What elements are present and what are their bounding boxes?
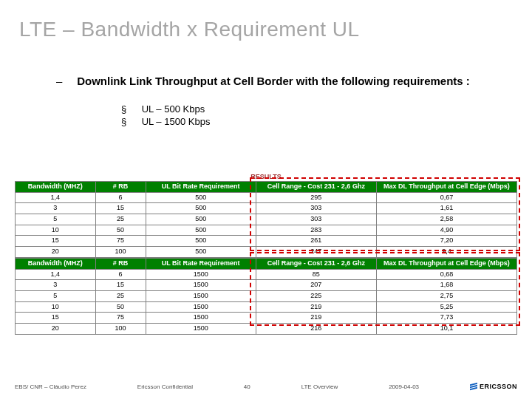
table-cell: 500 [146,192,256,203]
col-ul-bitrate: UL Bit Rate Requirement [146,182,256,193]
intro-text: Downlink Link Throughput at Cell Border … [77,75,470,87]
logo-text: ERICSSON [480,383,517,390]
col-max-dl: Max DL Throughput at Cell Edge (Mbps) [376,258,516,269]
square-bullet-icon: § [121,116,139,127]
table-cell: 1500 [146,290,256,301]
table-cell: 10,1 [376,323,516,334]
table-cell: 0,67 [376,192,516,203]
table-cell: 219 [256,313,376,324]
table-cell: 100 [95,323,146,334]
table-row: 31515002071,68 [16,280,517,291]
table-cell: 283 [256,225,376,236]
dash-bullet: – [56,72,74,90]
footer-page: 40 [244,383,250,390]
list-item-label: UL – 500 Kbps [142,103,205,115]
ericsson-bars-icon [470,383,477,391]
table-cell: 295 [256,192,376,203]
table-cell: 15 [16,313,96,324]
table-cell: 1500 [146,313,256,324]
table-cell: 15 [16,236,96,247]
table-cell: 5,25 [376,301,516,313]
table-cell: 50 [95,301,146,313]
table-cell: 15 [95,280,146,291]
table-row: 3155003031,61 [16,203,517,214]
table-cell: 5 [16,290,96,301]
table-cell: 303 [256,214,376,225]
table-cell: 25 [95,214,146,225]
table-row: 1,465002950,67 [16,192,517,203]
table-cell: 3 [16,280,96,291]
table-cell: 75 [95,236,146,247]
table-cell: 216 [256,323,376,334]
col-max-dl: Max DL Throughput at Cell Edge (Mbps) [376,182,516,193]
table-cell: 10 [16,301,96,313]
table-cell: 100 [95,247,146,258]
table-cell: 0,68 [376,269,516,280]
col-rb: # RB [95,182,146,193]
table-row: 20100150021610,1 [16,323,517,334]
col-bandwidth: Bandwidth (MHZ) [16,258,96,269]
col-ul-bitrate: UL Bit Rate Requirement [146,258,256,269]
col-cell-range: Cell Range - Cost 231 - 2,6 Ghz [256,182,376,193]
table-cell: 219 [256,301,376,313]
table-cell: 303 [256,203,376,214]
table-cell: 6 [95,269,146,280]
footer: EBS/ CNR – Cláudio Perez Ericsson Confid… [15,383,517,390]
results-table-500: Bandwidth (MHZ) # RB UL Bit Rate Require… [15,181,517,258]
slide-title: LTE – Bandwidth x Requirement UL [19,18,360,41]
results-heading: RESULTS [15,173,517,180]
table-cell: 2,58 [376,214,516,225]
list-item-label: UL – 1500 Kbps [142,116,211,127]
table-cell: 500 [146,225,256,236]
table-cell: 1,4 [16,192,96,203]
table-cell: 1,68 [376,280,516,291]
table-row: 5255003032,58 [16,214,517,225]
table-body: 1,465002950,673155003031,615255003032,58… [16,192,517,257]
table-cell: 500 [146,247,256,258]
table-cell: 1500 [146,323,256,334]
table-cell: 500 [146,236,256,247]
table-cell: 25 [95,290,146,301]
footer-date: 2009-04-03 [389,383,419,390]
table-row: 15755002617,20 [16,236,517,247]
table-cell: 10 [16,225,96,236]
footer-confidential: Ericsson Confidential [137,383,193,390]
table-body: 1,461500850,6831515002071,6852515002252,… [16,269,517,334]
table-cell: 15 [95,203,146,214]
table-cell: 247 [256,247,376,258]
table-cell: 7,20 [376,236,516,247]
footer-section: LTE Overview [301,383,338,390]
table-cell: 1500 [146,280,256,291]
table-cell: 1500 [146,301,256,313]
table-cell: 20 [16,323,96,334]
content-block: – Downlink Link Throughput at Cell Borde… [74,72,502,129]
table-cell: 20 [16,247,96,258]
table-cell: 225 [256,290,376,301]
results-table-1500: Bandwidth (MHZ) # RB UL Bit Rate Require… [15,258,517,335]
table-header-row: Bandwidth (MHZ) # RB UL Bit Rate Require… [16,182,517,193]
table-header-row: Bandwidth (MHZ) # RB UL Bit Rate Require… [16,258,517,269]
table-cell: 9,4 [376,247,516,258]
table-cell: 500 [146,214,256,225]
table-row: 105015002195,25 [16,301,517,313]
footer-author: EBS/ CNR – Cláudio Perez [15,383,86,390]
list-item: § UL – 1500 Kbps [121,116,502,127]
table-cell: 207 [256,280,376,291]
table-cell: 5 [16,214,96,225]
table-cell: 75 [95,313,146,324]
results-area: RESULTS Bandwidth (MHZ) # RB UL Bit Rate… [15,173,517,335]
table-cell: 1500 [146,269,256,280]
table-cell: 261 [256,236,376,247]
table-row: 157515002197,73 [16,313,517,324]
table-cell: 7,73 [376,313,516,324]
sublist: § UL – 500 Kbps § UL – 1500 Kbps [121,103,502,127]
table-row: 52515002252,75 [16,290,517,301]
table-cell: 3 [16,203,96,214]
table-cell: 50 [95,225,146,236]
table-row: 201005002479,4 [16,247,517,258]
table-cell: 500 [146,203,256,214]
table-row: 1,461500850,68 [16,269,517,280]
table-cell: 6 [95,192,146,203]
intro-line: – Downlink Link Throughput at Cell Borde… [74,72,502,90]
table-cell: 1,4 [16,269,96,280]
